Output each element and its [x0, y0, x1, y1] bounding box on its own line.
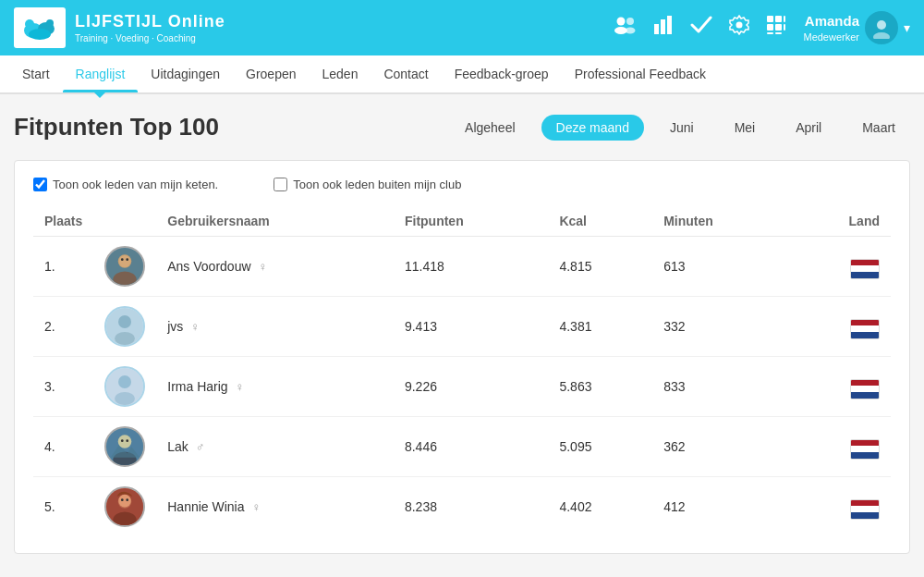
kcal-5: 4.402 [548, 477, 652, 537]
svg-point-47 [127, 498, 129, 501]
dutch-flag [850, 499, 880, 520]
fitpunten-5: 8.238 [394, 477, 549, 537]
flag-stripe-blue [851, 392, 879, 399]
club-label: Toon ook leden buiten mijn club [293, 178, 461, 191]
svg-rect-16 [775, 16, 782, 22]
svg-rect-11 [661, 19, 665, 34]
flag-3 [789, 357, 891, 417]
svg-rect-15 [767, 16, 773, 22]
col-gebruikersnaam: Gebruikersnaam [156, 206, 394, 237]
rank-2: 2. [33, 297, 93, 357]
flag-stripe-blue [851, 452, 879, 459]
user-avatar [104, 246, 145, 287]
keten-checkbox[interactable] [33, 178, 47, 191]
filter-algeheel[interactable]: Algeheel [450, 115, 530, 141]
svg-point-6 [617, 18, 626, 26]
table-row: 4. [33, 417, 891, 477]
svg-rect-17 [784, 16, 785, 22]
svg-point-5 [29, 29, 51, 40]
club-checkbox-label[interactable]: Toon ook leden buiten mijn club [274, 178, 461, 191]
svg-point-29 [121, 258, 124, 261]
leaderboard-table: Plaats Gebruikersnaam Fitpunten Kcal Min… [33, 206, 891, 536]
name-4: Lak ♂ [156, 417, 394, 477]
leaderboard-card: Toon ook leden van mijn keten. Toon ook … [14, 160, 910, 554]
user-avatar [104, 486, 145, 527]
svg-point-40 [121, 439, 124, 442]
avatar[interactable] [865, 11, 898, 44]
user-avatar [104, 366, 145, 407]
flag-stripe-red [851, 320, 879, 326]
flag-stripe-blue [851, 332, 879, 338]
kcal-2: 4.381 [548, 297, 652, 357]
svg-point-36 [115, 392, 135, 405]
check-icon[interactable] [690, 15, 712, 41]
gender-icon-3: ♀ [236, 380, 245, 394]
svg-point-4 [46, 19, 54, 27]
logo-area: LIJFSTIJL Online Training · Voeding · Co… [14, 7, 225, 48]
grid-icon[interactable] [766, 15, 786, 41]
kcal-4: 5.095 [548, 417, 652, 477]
club-checkbox[interactable] [274, 178, 287, 191]
nav-item-uitdagingen[interactable]: Uitdagingen [138, 57, 233, 91]
flag-2 [789, 297, 891, 357]
svg-point-41 [127, 439, 129, 442]
header-icons: Amanda Medewerker ▾ [613, 11, 910, 44]
col-kcal: Kcal [548, 206, 652, 237]
filter-maart[interactable]: Maart [847, 115, 910, 141]
flag-stripe-blue [851, 272, 879, 278]
brand-name: LIJFSTIJL Online [75, 11, 225, 32]
keten-checkbox-label[interactable]: Toon ook leden van mijn keten. [33, 178, 218, 191]
svg-point-30 [127, 258, 129, 261]
nav-item-leden[interactable]: Leden [310, 57, 371, 91]
nav-item-groepen[interactable]: Groepen [233, 57, 309, 91]
svg-point-8 [626, 18, 634, 25]
dutch-flag [850, 319, 880, 339]
filter-mei[interactable]: Mei [720, 115, 771, 141]
avatar-1 [93, 237, 156, 297]
avatar-2 [93, 297, 156, 357]
user-dropdown-arrow[interactable]: ▾ [904, 20, 910, 35]
svg-rect-10 [654, 24, 659, 34]
chart-icon[interactable] [653, 15, 674, 41]
gear-icon[interactable] [729, 15, 749, 41]
header: LIJFSTIJL Online Training · Voeding · Co… [0, 0, 924, 55]
page-title: Fitpunten Top 100 [14, 113, 219, 141]
table-header: Plaats Gebruikersnaam Fitpunten Kcal Min… [33, 206, 891, 237]
avatar-5 [93, 477, 156, 537]
col-fitpunten: Fitpunten [394, 206, 549, 237]
flag-stripe-red [851, 500, 879, 507]
filter-deze-maand[interactable]: Deze maand [541, 115, 644, 141]
nav-item-start[interactable]: Start [9, 57, 63, 91]
nav-active-indicator [92, 91, 107, 98]
nav-item-feedback-groep[interactable]: Feedback-groep [442, 57, 562, 91]
dutch-flag [850, 439, 880, 460]
flag-stripe-red [851, 260, 879, 266]
nav-item-ranglijst[interactable]: Ranglijst [63, 57, 139, 91]
flag-stripe-white [851, 325, 879, 332]
name-2: jvs ♀ [156, 297, 394, 357]
nav-item-contact[interactable]: Contact [371, 57, 441, 91]
svg-rect-22 [775, 32, 782, 34]
flag-stripe-red [851, 440, 879, 447]
name-1: Ans Voordouw ♀ [156, 237, 394, 297]
nav-item-professional-feedback[interactable]: Professional Feedback [562, 57, 719, 91]
keten-label: Toon ook leden van mijn keten. [53, 178, 218, 191]
dutch-flag [850, 379, 880, 399]
avatar-4 [93, 417, 156, 477]
fitpunten-3: 9.226 [394, 357, 549, 417]
svg-rect-18 [767, 24, 773, 31]
filter-juni[interactable]: Juni [655, 115, 709, 141]
gender-icon-2: ♀ [190, 320, 200, 334]
people-icon[interactable] [613, 15, 637, 41]
rank-4: 4. [33, 417, 93, 477]
svg-rect-12 [667, 16, 672, 34]
user-area: Amanda Medewerker ▾ [803, 11, 910, 44]
col-avatar [93, 206, 156, 237]
svg-rect-20 [784, 24, 785, 31]
filter-april[interactable]: April [781, 115, 836, 141]
flag-stripe-white [851, 386, 879, 392]
minuten-4: 362 [652, 417, 789, 477]
minuten-3: 833 [652, 357, 789, 417]
flag-stripe-blue [851, 512, 879, 519]
gender-icon-1: ♀ [258, 260, 267, 274]
